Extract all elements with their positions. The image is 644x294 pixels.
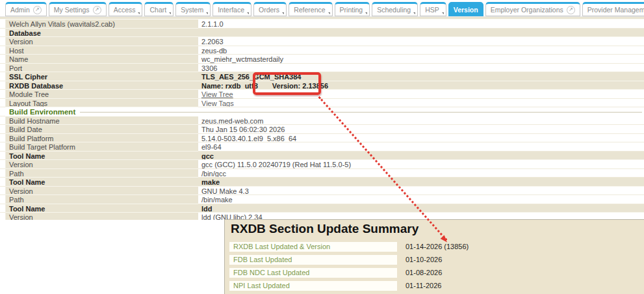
row-gutter <box>0 90 5 99</box>
row-gutter <box>0 81 5 90</box>
tab-access[interactable]: Access <box>109 2 143 16</box>
table-row: Tool Namemake <box>0 178 644 187</box>
row-gutter <box>0 107 5 116</box>
row-value: el9-64 <box>198 142 644 152</box>
tab-my-settings[interactable]: My Settings↗ <box>49 2 107 16</box>
row-value: /bin/make <box>198 195 644 204</box>
row-gutter <box>0 152 5 161</box>
tab-label: Printing <box>340 6 363 14</box>
row-label: Version <box>5 213 198 220</box>
section-header-rule <box>80 112 642 113</box>
table-row: Build Platform5.14.0-503.40.1.el9_5.x86_… <box>0 134 644 143</box>
row-value: 2.1.1.0 <box>198 20 644 29</box>
row-gutter <box>0 29 5 38</box>
tab-label: My Settings <box>54 6 90 14</box>
external-link-icon: ↗ <box>567 6 575 14</box>
row-gutter <box>0 204 5 213</box>
table-row: RXDB DatabaseName: rxdb_utf8Version: 2.1… <box>0 81 644 90</box>
summary-row-label: FDB Last Updated <box>229 255 397 265</box>
dropdown-arrow-icon <box>282 12 284 14</box>
row-value: /bin/gcc <box>198 169 644 178</box>
tab-label: Interface <box>218 6 244 14</box>
table-row: Build Target Platformel9-64 <box>0 142 644 152</box>
summary-title: RXDB Section Update Summary <box>231 222 419 236</box>
row-gutter <box>0 160 5 169</box>
table-row: Layout TagsView Tags <box>0 99 644 108</box>
row-gutter <box>0 20 5 29</box>
tab-chart[interactable]: Chart <box>144 2 174 16</box>
summary-rows: RXDB Last Updated & Version01-14-2026 (1… <box>229 242 640 294</box>
row-value: GNU Make 4.3 <box>198 187 644 196</box>
table-row: Build Environment <box>0 107 644 116</box>
table-row: Versiongcc (GCC) 11.5.0 20240719 (Red Ha… <box>0 160 644 169</box>
tab-system[interactable]: System <box>175 2 211 16</box>
summary-row: NPI Last Updated01-11-2026 <box>229 281 640 291</box>
admin-tab-bar: Admin↗My Settings↗AccessChartSystemInter… <box>0 0 644 17</box>
row-gutter <box>0 178 5 187</box>
row-gutter <box>0 72 5 81</box>
summary-row-label: FDB NDC Last Updated <box>229 268 397 278</box>
tab-label: Admin <box>10 6 30 14</box>
tab-label: Access <box>114 6 136 14</box>
row-gutter <box>0 142 5 152</box>
tab-orders[interactable]: Orders <box>253 2 287 16</box>
rxdb-version-value: Version: 2.13856 <box>272 82 328 90</box>
view-tags-link[interactable]: View Tags <box>201 100 234 107</box>
tab-admin[interactable]: Admin↗ <box>5 2 47 16</box>
view-tree-link[interactable]: View Tree <box>201 90 233 98</box>
row-value: make <box>198 178 644 187</box>
version-table: Welch Allyn Vitals (wavitals2.cab)2.1.1.… <box>0 17 644 220</box>
row-label: Port <box>5 64 198 73</box>
row-gutter <box>0 99 5 108</box>
dropdown-arrow-icon <box>328 12 330 14</box>
tab-label: Chart <box>149 6 166 14</box>
row-gutter <box>0 116 5 126</box>
tab-hsp[interactable]: HSP <box>420 2 446 16</box>
dropdown-arrow-icon <box>206 12 208 14</box>
tab-label: Provider Management <box>587 6 644 14</box>
dropdown-arrow-icon <box>413 12 415 14</box>
tab-reference[interactable]: Reference <box>289 2 332 16</box>
summary-row-value: 01-08-2026 <box>397 268 640 278</box>
tab-scheduling[interactable]: Scheduling <box>372 2 418 16</box>
row-label: Path <box>5 195 198 204</box>
row-value: zeus-db <box>198 46 644 55</box>
tab-label: Reference <box>294 6 325 14</box>
tab-label: HSP <box>425 6 439 14</box>
row-value: zeus.med-web.com <box>198 116 644 126</box>
rxdb-name-prefix: Name: <box>201 82 225 90</box>
row-value: View Tags <box>198 99 644 108</box>
table-row: VersionGNU Make 4.3 <box>0 187 644 196</box>
tab-version[interactable]: Version <box>448 2 483 16</box>
row-label: Layout Tags <box>5 99 198 108</box>
row-value: Thu Jan 15 06:02:30 2026 <box>198 125 644 134</box>
table-row: Port3306 <box>0 64 644 73</box>
row-value <box>198 29 644 38</box>
rxdb-name-link[interactable]: rxdb_utf8 <box>225 82 258 90</box>
row-label: Build Hostname <box>5 116 198 126</box>
tab-label: Orders <box>259 6 279 14</box>
table-row: Module TreeView Tree <box>0 90 644 99</box>
tab-interface[interactable]: Interface <box>213 2 251 16</box>
row-value: gcc (GCC) 11.5.0 20240719 (Red Hat 11.5.… <box>198 160 644 169</box>
dropdown-arrow-icon <box>442 12 444 14</box>
tab-printing[interactable]: Printing <box>335 2 370 16</box>
row-value: gcc <box>198 152 644 161</box>
tab-provider-management[interactable]: Provider Management↗ <box>582 2 644 16</box>
row-label: Tool Name <box>5 204 198 213</box>
summary-row: FDB NDC Last Updated01-08-2026 <box>229 268 640 278</box>
summary-row-value: 01-11-2026 <box>397 281 640 291</box>
table-row: Path/bin/gcc <box>0 169 644 178</box>
row-gutter <box>0 64 5 73</box>
summary-row-value: 01-14-2026 (13856) <box>397 242 640 252</box>
row-label: Version <box>5 187 198 196</box>
table-row: Build Hostnamezeus.med-web.com <box>0 116 644 126</box>
table-row: Namewc_miehr_wctmasterdaily <box>0 55 644 64</box>
row-gutter <box>0 134 5 143</box>
dropdown-arrow-icon <box>138 12 140 14</box>
row-label: Version <box>5 37 198 46</box>
row-value: 2.2063 <box>198 37 644 46</box>
row-label: Database <box>5 29 198 38</box>
tab-employer-organizations[interactable]: Employer Organizations↗ <box>485 2 580 16</box>
tab-label: Version <box>454 6 478 14</box>
